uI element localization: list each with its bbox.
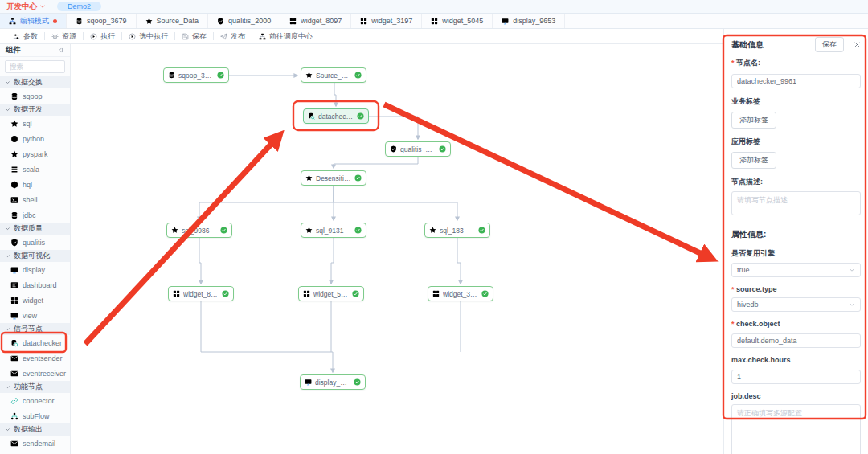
toolbar-button-发布[interactable]: 发布 xyxy=(214,31,252,42)
node-sqoop_3679[interactable]: sqoop_3679 xyxy=(163,67,229,83)
tab-label: widget_8097 xyxy=(301,17,342,25)
toolbar-button-资源[interactable]: 资源 xyxy=(45,31,83,42)
section-header-数据可视化[interactable]: 数据可视化 xyxy=(0,250,70,262)
toolbar-button-执行[interactable]: 执行 xyxy=(84,31,121,42)
field-select-是否复用引擎[interactable]: true xyxy=(731,263,861,277)
section-header-数据开发[interactable]: 数据开发 xyxy=(0,104,70,116)
toolbar-button-参数[interactable]: 参数 xyxy=(6,31,44,42)
chevron-down-icon xyxy=(849,301,855,308)
component-label: qualitis xyxy=(23,239,45,247)
shield-icon xyxy=(217,18,224,25)
status-success-icon xyxy=(217,72,224,79)
component-item-qualitis[interactable]: qualitis xyxy=(0,235,70,250)
component-item-dashboard[interactable]: dashboard xyxy=(0,277,70,292)
node-sql_9131[interactable]: sql_9131 xyxy=(301,223,366,238)
add-tag-button[interactable]: 添加标签 xyxy=(731,112,776,129)
link-icon xyxy=(10,397,18,405)
tab-sqoop_3679[interactable]: sqoop_3679 xyxy=(67,14,137,28)
tab-widget_3197[interactable]: widget_3197 xyxy=(351,14,422,28)
bars-icon xyxy=(10,166,18,174)
node-qualitis_2000[interactable]: qualitis_2000 xyxy=(385,141,451,157)
section-title: 数据开发 xyxy=(14,104,43,115)
component-item-pyspark[interactable]: pyspark xyxy=(0,146,70,162)
add-tag-button[interactable]: 添加标签 xyxy=(731,152,776,169)
save-button[interactable]: 保存 xyxy=(815,37,844,52)
field-label: * check.object xyxy=(731,320,861,328)
node-datachecker_9961[interactable]: datachecker... xyxy=(303,108,369,124)
component-item-datachecker[interactable]: datachecker xyxy=(0,335,70,350)
widget-icon xyxy=(303,290,310,297)
edge-datachecker_9961-to-qualitis_2000 xyxy=(369,117,418,139)
component-item-jdbc[interactable]: jdbc xyxy=(0,207,70,223)
component-item-eventsender[interactable]: eventsender xyxy=(0,350,70,366)
close-icon[interactable] xyxy=(854,41,861,48)
field-select-source.type[interactable]: hivedb xyxy=(731,297,861,312)
tab-label: 编辑模式 xyxy=(20,16,49,27)
mail-icon xyxy=(10,440,18,448)
component-item-hql[interactable]: hql xyxy=(0,177,70,192)
shield-icon xyxy=(10,239,18,247)
field-input-节点名:[interactable] xyxy=(731,74,861,88)
node-Desensitized[interactable]: Desensitized... xyxy=(301,170,366,186)
component-item-sqoop[interactable]: sqoop xyxy=(0,88,70,104)
component-item-sql[interactable]: sql xyxy=(0,116,70,131)
component-item-eventreceiver[interactable]: eventreceiver xyxy=(0,366,70,381)
sidebar-section: 数据质量qualitis xyxy=(0,223,70,250)
node-widget_8097[interactable]: widget_8097 xyxy=(168,286,234,301)
component-item-sendemail[interactable]: sendemail xyxy=(0,436,70,451)
toolbar-button-保存[interactable]: 保存 xyxy=(175,31,213,42)
section-header-信号节点[interactable]: 信号节点 xyxy=(0,323,70,335)
star-icon xyxy=(10,150,18,158)
component-item-python[interactable]: python xyxy=(0,131,70,146)
component-item-view[interactable]: view xyxy=(0,308,70,323)
node-widget_3197[interactable]: widget_3197 xyxy=(428,286,493,301)
tab-编辑模式[interactable]: 编辑模式 xyxy=(0,14,67,28)
section-header-数据质量[interactable]: 数据质量 xyxy=(0,223,70,235)
edge-Desensitized-to-sql_9986 xyxy=(199,186,334,220)
toolbar-button-前往调度中心[interactable]: 前往调度中心 xyxy=(252,31,319,42)
section-header-数据交换[interactable]: 数据交换 xyxy=(0,76,70,88)
node-display_9653[interactable]: display_9653 xyxy=(300,374,366,390)
tab-display_9653[interactable]: display_9653 xyxy=(493,14,565,28)
toolbar-label: 选中执行 xyxy=(139,31,168,42)
component-item-subFlow[interactable]: subFlow xyxy=(0,408,70,423)
section-header-功能节点[interactable]: 功能节点 xyxy=(0,381,70,393)
section-title: 数据输出 xyxy=(14,424,43,435)
component-item-widget[interactable]: widget xyxy=(0,292,70,308)
component-item-connector[interactable]: connector xyxy=(0,393,70,408)
field-input-check.object[interactable] xyxy=(731,333,861,348)
field-input-max.check.hours[interactable] xyxy=(731,370,861,384)
component-item-display[interactable]: display xyxy=(0,262,70,277)
tab-label: sqoop_3679 xyxy=(87,17,127,25)
chevron-down-icon xyxy=(5,253,10,259)
widget-icon xyxy=(360,18,367,25)
properties-panel: 基础信息 保存 * 节点名:业务标签添加标签应用标签添加标签节点描述:属性信息:… xyxy=(723,29,868,454)
project-tab[interactable]: Demo2 xyxy=(57,2,101,11)
field-textarea-节点描述:[interactable] xyxy=(731,191,861,215)
tab-qualitis_2000[interactable]: qualitis_2000 xyxy=(208,14,280,28)
node-label: datachecker... xyxy=(318,112,354,121)
send-icon xyxy=(220,33,227,40)
field-textarea-job.desc[interactable] xyxy=(731,404,861,454)
node-sql_183[interactable]: sql_183 xyxy=(424,223,490,238)
node-sql_9986[interactable]: sql_9986 xyxy=(166,223,232,238)
tab-widget_8097[interactable]: widget_8097 xyxy=(280,14,351,28)
component-item-shell[interactable]: shell xyxy=(0,192,70,207)
toolbar-button-选中执行[interactable]: 选中执行 xyxy=(122,31,174,42)
hex-icon xyxy=(10,181,18,189)
tab-widget_5045[interactable]: widget_5045 xyxy=(422,14,493,28)
section-title: 数据可视化 xyxy=(14,251,50,261)
collapse-sidebar-icon[interactable] xyxy=(57,47,64,54)
db-icon xyxy=(10,92,18,100)
section-header-数据输出[interactable]: 数据输出 xyxy=(0,423,70,436)
node-widget_5045[interactable]: widget_5045 xyxy=(298,286,364,301)
dag-canvas[interactable]: sqoop_3679Source_Datadatachecker...quali… xyxy=(71,44,723,454)
field-label: * source.type xyxy=(731,285,861,293)
app-menu[interactable]: 开发中心 xyxy=(6,2,46,12)
component-search-input[interactable] xyxy=(5,60,65,73)
dashboard-icon xyxy=(10,281,18,289)
edge-sql_183-to-widget_3197 xyxy=(457,238,461,284)
node-Source_Data[interactable]: Source_Data xyxy=(301,67,366,83)
tab-Source_Data[interactable]: Source_Data xyxy=(137,14,209,28)
component-item-scala[interactable]: scala xyxy=(0,162,70,177)
